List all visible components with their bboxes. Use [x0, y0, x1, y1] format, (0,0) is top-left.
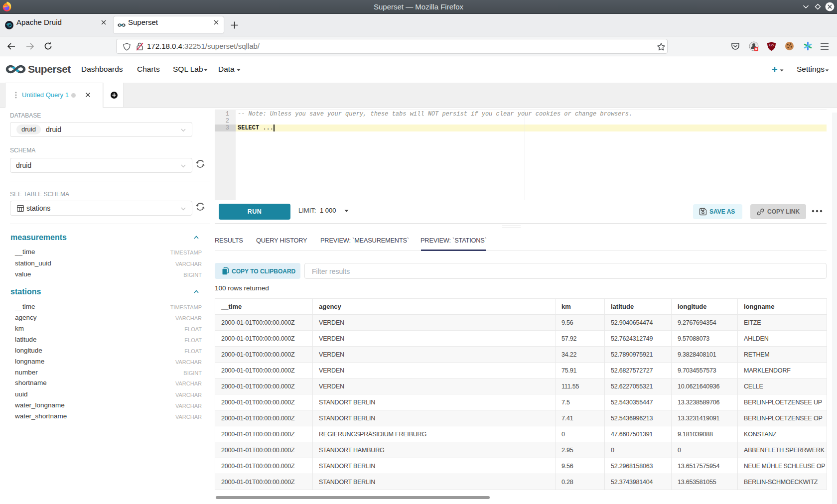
svg-text:UO: UO: [769, 44, 774, 47]
